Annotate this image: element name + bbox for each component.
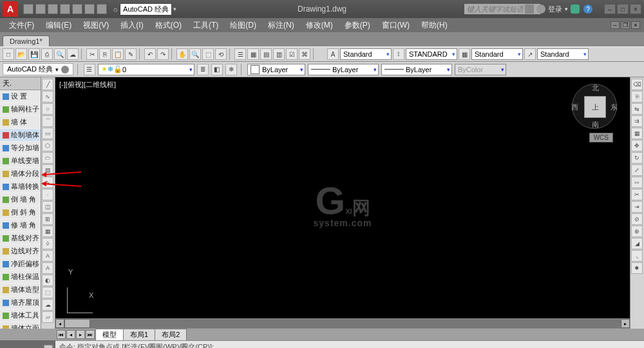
- qat-saveas-icon[interactable]: [60, 4, 70, 14]
- dimstyle-dropdown[interactable]: STANDARD: [406, 48, 457, 60]
- left-panel-item-7[interactable]: 幕墙转换: [0, 180, 41, 193]
- properties-icon[interactable]: ☰: [234, 48, 246, 60]
- trim-icon[interactable]: ✂: [631, 189, 643, 200]
- join-icon[interactable]: ⊕: [631, 226, 643, 237]
- left-panel-item-16[interactable]: 墙齐屋顶: [0, 296, 41, 309]
- qat-save-icon[interactable]: [48, 4, 58, 14]
- maximize-button[interactable]: □: [617, 4, 629, 14]
- open-icon[interactable]: 📂: [15, 48, 27, 60]
- array-icon[interactable]: ▦: [631, 128, 643, 139]
- doc-restore[interactable]: ❐: [621, 21, 630, 29]
- wcs-badge[interactable]: WCS: [589, 133, 613, 142]
- left-panel-item-3[interactable]: 绘制墙体: [0, 129, 41, 142]
- menu-file[interactable]: 文件(F): [4, 19, 39, 32]
- point-icon[interactable]: ·: [42, 189, 53, 200]
- help-icon[interactable]: ?: [583, 5, 592, 14]
- new-icon[interactable]: □: [3, 48, 14, 60]
- zoomprev-icon[interactable]: ⟲: [215, 48, 227, 60]
- copy-icon[interactable]: ⎘: [99, 48, 111, 60]
- extend-icon[interactable]: ⇥: [631, 201, 643, 213]
- workspace-dropdown[interactable]: AutoCAD 经典: [120, 3, 172, 15]
- left-panel-item-1[interactable]: 轴网柱子: [0, 103, 41, 116]
- qat-new-icon[interactable]: [23, 4, 33, 14]
- matchprop-icon[interactable]: ✎: [125, 48, 137, 60]
- line-icon[interactable]: ╱: [42, 79, 53, 90]
- layerprops-icon[interactable]: ☰: [84, 64, 95, 75]
- horizontal-scrollbar[interactable]: ◂ ▸: [55, 318, 630, 329]
- circle-icon[interactable]: ○: [42, 103, 53, 115]
- menu-insert[interactable]: 插入(I): [115, 19, 148, 32]
- textstyle-icon[interactable]: A: [327, 48, 339, 60]
- menu-tools[interactable]: 工具(T): [188, 19, 223, 32]
- insert-icon[interactable]: ⊞: [42, 213, 53, 225]
- copy2-icon[interactable]: ⎘: [631, 91, 643, 102]
- dimstyle-icon[interactable]: ⟟: [393, 48, 404, 60]
- rect-icon[interactable]: ▭: [42, 128, 53, 139]
- menu-window[interactable]: 窗口(W): [377, 19, 415, 32]
- chamfer-icon[interactable]: ◢: [631, 238, 643, 249]
- viewcube[interactable]: 北 南 东 西 上: [572, 84, 617, 129]
- tablestyle-dropdown[interactable]: Standard: [471, 48, 523, 60]
- tab-last-icon[interactable]: ⏭: [86, 330, 95, 339]
- left-panel-item-13[interactable]: 净距偏移: [0, 258, 41, 271]
- workspace-selector[interactable]: ☼ AutoCAD 经典 ▾: [112, 3, 176, 15]
- left-panel-item-2[interactable]: 墙 体: [0, 116, 41, 129]
- layer-dropdown[interactable]: ☀❄🔓 0: [98, 64, 194, 75]
- left-panel-item-0[interactable]: 设 置: [0, 90, 41, 103]
- arc-icon[interactable]: ⌒: [42, 115, 53, 127]
- qat-open-icon[interactable]: [35, 4, 46, 14]
- qat-undo-icon[interactable]: [84, 4, 95, 14]
- gear-icon[interactable]: [61, 66, 69, 73]
- menu-help[interactable]: 帮助(H): [416, 19, 453, 32]
- layerstate-icon[interactable]: ≣: [197, 64, 209, 75]
- infocenter-icon[interactable]: [525, 5, 534, 14]
- tool-palette-icon[interactable]: ▤: [260, 48, 272, 60]
- block-icon[interactable]: ◫: [42, 201, 53, 213]
- menu-draw[interactable]: 绘图(D): [225, 19, 261, 32]
- workspace-label[interactable]: AutoCAD 经典 ▾: [3, 63, 73, 75]
- left-panel-item-8[interactable]: 倒 墙 角: [0, 193, 41, 206]
- design-center-icon[interactable]: ▦: [247, 48, 259, 60]
- tab-model[interactable]: 模型: [95, 329, 124, 341]
- erase-icon[interactable]: ⌫: [631, 79, 643, 90]
- menu-dimension[interactable]: 标注(N): [263, 19, 299, 32]
- left-panel-item-6[interactable]: 墙体分段: [0, 168, 41, 180]
- linetype-dropdown[interactable]: ByLayer: [308, 64, 379, 75]
- pan-icon[interactable]: ✋: [176, 48, 188, 60]
- tab-first-icon[interactable]: ⏮: [57, 330, 66, 339]
- qat-print-icon[interactable]: [72, 4, 82, 14]
- polygon-icon[interactable]: ⬡: [42, 140, 53, 151]
- tab-prev-icon[interactable]: ◂: [66, 330, 75, 339]
- text-icon[interactable]: A: [42, 250, 53, 262]
- break-icon[interactable]: ⊘: [631, 213, 643, 225]
- close-button[interactable]: ×: [630, 4, 641, 14]
- view-label[interactable]: [-][俯视][二维线框]: [59, 80, 116, 90]
- menu-parametric[interactable]: 参数(P): [339, 19, 375, 32]
- file-tab-active[interactable]: Drawing1*: [3, 35, 50, 46]
- fillet-icon[interactable]: ◟: [631, 250, 643, 262]
- zoom-icon[interactable]: 🔍: [189, 48, 201, 60]
- move-icon[interactable]: ✥: [631, 140, 643, 151]
- doc-minimize[interactable]: –: [611, 21, 620, 29]
- mtext-icon[interactable]: A: [42, 262, 53, 274]
- app-icon[interactable]: A: [3, 1, 18, 17]
- left-panel-item-12[interactable]: 边线对齐: [0, 245, 41, 258]
- region-icon[interactable]: ◊: [42, 238, 53, 249]
- left-panel-item-11[interactable]: 基线对齐: [0, 232, 41, 245]
- preview-icon[interactable]: 🔍: [54, 48, 66, 60]
- quickcalc-icon[interactable]: ⌘: [299, 48, 310, 60]
- tablestyle-icon[interactable]: ▦: [459, 48, 470, 60]
- left-panel-item-17[interactable]: 墙体工具: [0, 309, 41, 322]
- left-panel-item-15[interactable]: 墙体造型: [0, 284, 41, 296]
- minimize-button[interactable]: –: [604, 4, 616, 14]
- mleaderstyle-dropdown[interactable]: Standard: [537, 48, 589, 60]
- mirror-icon[interactable]: ⇋: [631, 103, 643, 115]
- drawing-canvas[interactable]: [-][俯视][二维线框] GGXI网XI网 system.com 北 南 东 …: [55, 77, 630, 329]
- cmdline-close-icon[interactable]: ×: [44, 345, 53, 348]
- pline-icon[interactable]: ∿: [42, 91, 53, 102]
- tab-layout2[interactable]: 布局2: [155, 329, 187, 341]
- zoomwin-icon[interactable]: ⬚: [202, 48, 214, 60]
- left-panel-item-5[interactable]: 单线变墙: [0, 155, 41, 168]
- sheet-set-icon[interactable]: ▥: [273, 48, 285, 60]
- left-panel-item-4[interactable]: 等分加墙: [0, 142, 41, 155]
